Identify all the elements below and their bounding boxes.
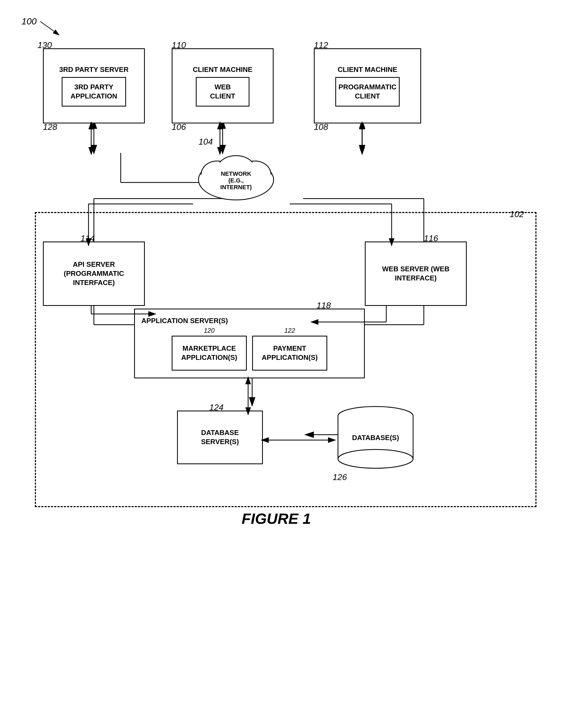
database-server-box: DATABASESERVER(S) <box>177 411 263 464</box>
network-cloud: NETWORK (E.G., INTERNET) <box>193 148 279 207</box>
svg-text:INTERNET): INTERNET) <box>220 184 252 190</box>
client-machine-web-label: CLIENT MACHINE <box>193 65 253 74</box>
third-party-server-box: 3RD PARTY SERVER 3RD PARTY APPLICATION <box>43 48 145 124</box>
web-server-label: WEB SERVER (WEBINTERFACE) <box>382 265 450 283</box>
ref-108: 108 <box>314 122 328 132</box>
ref-106: 106 <box>172 122 186 132</box>
ref-104: 104 <box>199 137 213 147</box>
svg-point-34 <box>338 449 413 468</box>
arrow-network-webserver <box>284 199 413 252</box>
arrow-webserver-payment <box>306 301 397 333</box>
svg-text:DATABASE(S): DATABASE(S) <box>352 434 399 442</box>
marketplace-app-box: MARKETPLACEAPPLICATION(S) <box>172 336 247 370</box>
arrow-3rdparty-network <box>86 121 97 156</box>
arrow-progclient-network <box>357 121 368 156</box>
figure-label: FIGURE 1 <box>22 510 531 687</box>
programmatic-client-box: PROGRAMMATICCLIENT <box>335 77 400 106</box>
database-server-label: DATABASESERVER(S) <box>201 428 239 446</box>
database-shape: DATABASE(S) <box>333 405 419 475</box>
arrow-webclient-network <box>215 121 225 156</box>
marketplace-app-label: MARKETPLACEAPPLICATION(S) <box>181 344 237 362</box>
api-server-label: API SERVER(PROGRAMMATICINTERFACE) <box>64 260 124 287</box>
arrow-apiserver-marketplace <box>86 301 166 322</box>
client-machine-web-box: CLIENT MACHINE WEBCLIENT <box>172 48 273 124</box>
arrow-dbserver-db <box>260 433 341 447</box>
third-party-app-box: 3RD PARTY APPLICATION <box>62 77 126 106</box>
ref-100: 100 <box>22 16 37 27</box>
payment-app-box: PAYMENTAPPLICATION(S) <box>252 336 327 370</box>
ref-100-arrow <box>37 19 70 40</box>
programmatic-client-label: PROGRAMMATICCLIENT <box>339 83 396 101</box>
web-client-label: WEBCLIENT <box>210 83 235 101</box>
third-party-server-label: 3RD PARTY SERVER <box>59 65 129 74</box>
svg-text:NETWORK: NETWORK <box>221 171 251 177</box>
arrow-network-apiserver <box>75 199 199 252</box>
web-client-box: WEBCLIENT <box>196 77 249 106</box>
arrow-appserver-dbserver <box>241 376 255 416</box>
payment-app-label: PAYMENTAPPLICATION(S) <box>262 344 318 362</box>
ref-128: 128 <box>43 122 57 132</box>
diagram-container: 100 130 3RD PARTY SERVER 3RD PARTY APPLI… <box>22 16 558 703</box>
client-machine-prog-label: CLIENT MACHINE <box>338 65 397 74</box>
client-machine-programmatic-box: CLIENT MACHINE PROGRAMMATICCLIENT <box>314 48 421 124</box>
ref-120: 120 <box>172 327 247 334</box>
third-party-app-label: 3RD PARTY APPLICATION <box>66 83 122 101</box>
svg-line-17 <box>40 22 59 35</box>
svg-text:(E.G.,: (E.G., <box>228 177 243 184</box>
